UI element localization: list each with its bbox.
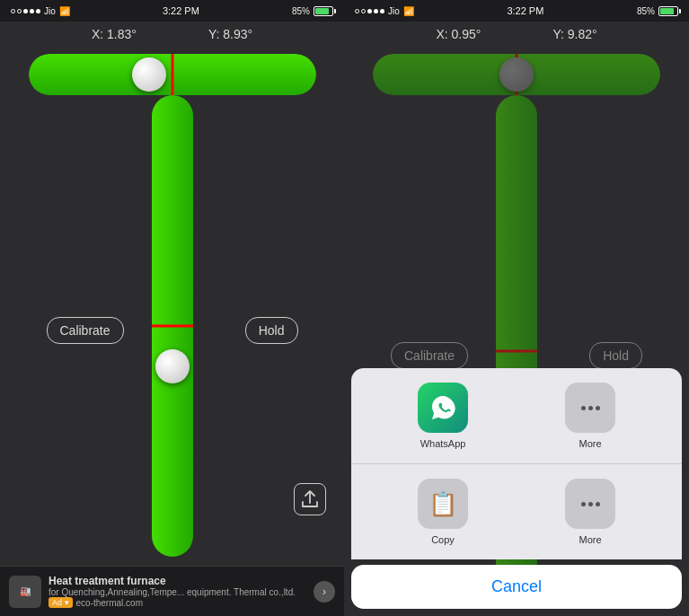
ad-icon: 🏭 xyxy=(9,576,41,608)
left-battery-pct: 85% xyxy=(292,6,310,16)
left-h-bar xyxy=(29,54,316,95)
share-item-copy[interactable]: 📋 Copy xyxy=(369,479,517,545)
share-item-more-bottom[interactable]: More xyxy=(517,479,664,545)
right-y-coord: Y: 9.82° xyxy=(552,27,596,41)
signal-dot-4 xyxy=(30,9,34,13)
left-level-cross: Calibrate Hold xyxy=(29,95,316,566)
more-bottom-dots xyxy=(581,502,600,506)
left-carrier: Jio xyxy=(44,6,56,16)
left-bubble-horizontal xyxy=(132,57,166,92)
copy-label: Copy xyxy=(431,534,455,545)
share-row-1: WhatsApp More xyxy=(351,368,682,464)
left-v-bar xyxy=(152,95,193,557)
signal-dot-1 xyxy=(11,9,15,13)
right-x-coord: X: 0.95° xyxy=(436,27,481,41)
right-bubble-horizontal xyxy=(499,57,534,92)
share-item-more-top[interactable]: More xyxy=(517,383,664,449)
share-sheet: WhatsApp More 📋 xyxy=(351,368,682,559)
signal-dot-5 xyxy=(36,9,40,13)
r-signal-dot-4 xyxy=(374,9,378,13)
whatsapp-label: WhatsApp xyxy=(420,438,466,449)
left-status-left: Jio 📶 xyxy=(11,6,70,16)
left-bubble-vertical xyxy=(155,349,190,383)
left-status-right: 85% xyxy=(292,6,333,16)
left-status-bar: Jio 📶 3:22 PM 85% xyxy=(0,0,344,22)
right-status-left: Jio 📶 xyxy=(355,6,414,16)
left-calibrate-button[interactable]: Calibrate xyxy=(47,317,124,344)
left-level-area: Calibrate Hold xyxy=(0,45,344,566)
right-signal xyxy=(355,9,384,13)
whatsapp-icon xyxy=(418,383,468,433)
right-wifi-icon: 📶 xyxy=(403,6,414,16)
left-time: 3:22 PM xyxy=(163,5,199,16)
right-hold-button[interactable]: Hold xyxy=(589,342,642,369)
cancel-button[interactable]: Cancel xyxy=(351,565,682,609)
left-y-coord: Y: 8.93° xyxy=(208,27,252,41)
more-bottom-icon xyxy=(565,479,615,529)
right-battery-icon xyxy=(658,6,678,16)
right-h-bar xyxy=(373,54,660,95)
left-wifi-icon: 📶 xyxy=(59,6,70,16)
more-bottom-label: More xyxy=(579,534,601,545)
more-top-label: More xyxy=(579,438,601,449)
ad-title: Heat treatment furnace xyxy=(49,575,166,587)
share-sheet-overlay: WhatsApp More 📋 xyxy=(344,368,689,616)
right-time: 3:22 PM xyxy=(507,5,543,16)
right-calibrate-button[interactable]: Calibrate xyxy=(391,342,468,369)
r-signal-dot-3 xyxy=(367,9,372,13)
ad-text: Heat treatment furnace for Quenching,Ann… xyxy=(49,575,306,608)
right-status-bar: Jio 📶 3:22 PM 85% xyxy=(344,0,689,22)
left-battery-icon xyxy=(314,6,333,16)
left-x-coord: X: 1.83° xyxy=(92,27,137,41)
more-top-icon xyxy=(565,383,615,433)
r-signal-dot-2 xyxy=(361,9,366,13)
left-phone-screen: Jio 📶 3:22 PM 85% X: 1.83° Y: 8.93° C xyxy=(0,0,344,616)
share-row-2: 📋 Copy More xyxy=(351,464,682,559)
right-phone-screen: Jio 📶 3:22 PM 85% X: 0.95° Y: 9.82° Cali… xyxy=(344,0,689,616)
left-coords-bar: X: 1.83° Y: 8.93° xyxy=(0,22,344,45)
left-signal xyxy=(11,9,40,13)
right-coords-bar: X: 0.95° Y: 9.82° xyxy=(344,22,689,45)
left-ad-banner[interactable]: 🏭 Heat treatment furnace for Quenching,A… xyxy=(0,566,344,616)
ad-subtitle: for Quenching,Annealing,Tempe... equipme… xyxy=(49,587,306,597)
ad-arrow-button[interactable]: › xyxy=(314,581,335,603)
cancel-label: Cancel xyxy=(491,577,542,595)
more-top-dots xyxy=(581,406,600,410)
right-carrier: Jio xyxy=(388,6,400,16)
signal-dot-3 xyxy=(23,9,28,13)
copy-icon: 📋 xyxy=(418,479,468,529)
left-hold-button[interactable]: Hold xyxy=(245,317,298,344)
signal-dot-2 xyxy=(17,9,22,13)
r-signal-dot-1 xyxy=(355,9,359,13)
left-share-button[interactable] xyxy=(294,483,326,515)
share-item-whatsapp[interactable]: WhatsApp xyxy=(369,383,517,449)
r-signal-dot-5 xyxy=(380,9,384,13)
ad-website: eco-thermal.com xyxy=(76,598,143,608)
ad-badge: Ad ▾ xyxy=(49,597,73,608)
right-battery-pct: 85% xyxy=(637,6,655,16)
right-status-right: 85% xyxy=(637,6,678,16)
